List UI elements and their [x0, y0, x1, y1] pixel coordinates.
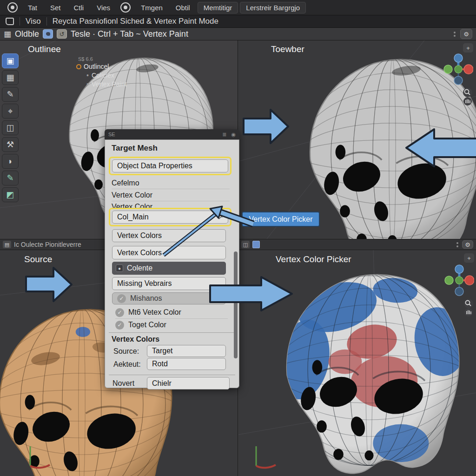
- panel-header[interactable]: SE ≣ ◉: [105, 129, 239, 139]
- novert-field[interactable]: Chielr: [147, 377, 230, 390]
- more-options-icon[interactable]: [453, 32, 456, 37]
- mt6-vetex-color-check-row[interactable]: ✓ Mt6 Vetex Color: [115, 306, 228, 319]
- breadcrumb: Reycta Pasniofionl Siched & Vertex Paint…: [53, 17, 218, 26]
- aekteut-label: Aekteut:: [113, 360, 141, 369]
- panel-title: Target Mesh: [112, 144, 158, 153]
- active-color-swatch[interactable]: [252, 241, 260, 248]
- eyedropper-icon[interactable]: ↗: [218, 213, 223, 221]
- mode-shortcut-text: Tesle · Ctrl + Tab ~ Vertex Paint: [71, 29, 188, 39]
- viewport-bottom-right[interactable]: ◫ ⚙ Vertex Color Picker +: [238, 239, 476, 476]
- viewport-top-right[interactable]: Toewber +: [238, 40, 476, 239]
- app-target-icon: [7, 2, 18, 13]
- more-options-icon[interactable]: [456, 242, 459, 247]
- outliner-item-vertex-paint[interactable]: • Vertex Paint: [86, 80, 126, 88]
- image-mask-tool[interactable]: ◩: [2, 187, 19, 202]
- skull-mesh-painted: [255, 258, 476, 476]
- divider: [109, 332, 235, 333]
- vertex-brush-tool[interactable]: ✎: [2, 171, 19, 185]
- vertex-colors-section-title: Vertex Colors: [112, 335, 159, 344]
- menu-item-5[interactable]: Obtil: [170, 2, 196, 13]
- menu-item-3[interactable]: Vies: [91, 2, 116, 13]
- properties-popup-panel: SE ≣ ◉ Target Mesh Object Data Propertie…: [105, 129, 239, 388]
- vertex-colors-row-field[interactable]: Vertex Colors: [112, 229, 226, 242]
- paint-tool[interactable]: ✎: [2, 87, 19, 102]
- app-label[interactable]: Viso: [26, 17, 41, 26]
- panel-body: Target Mesh Object Data Properties Cefel…: [105, 139, 239, 388]
- object-data-properties-value: Object Data Properties: [117, 162, 192, 170]
- outliner-item-coliciex[interactable]: • Coliciex: [86, 72, 126, 79]
- outliner-panel: Outlinee S$ 6.6 Outlincel • Coliciex • V…: [28, 44, 126, 88]
- outliner-root-item[interactable]: Outlincel: [76, 63, 126, 70]
- editor-type-icon[interactable]: [6, 18, 14, 25]
- panel-scrollbar[interactable]: [234, 251, 238, 358]
- orb-icon: [120, 2, 131, 13]
- frame-tool[interactable]: ◫: [2, 120, 19, 135]
- axis-indicator: [26, 443, 52, 472]
- menu-item-6[interactable]: Memtitigr: [198, 2, 238, 13]
- bullet-icon: •: [86, 72, 89, 79]
- source-select[interactable]: Target: [147, 345, 226, 357]
- menu-item-1[interactable]: Set: [45, 2, 66, 13]
- color-attribute-icon: ●: [116, 264, 123, 272]
- cursor-target-tool[interactable]: ⌖: [2, 104, 19, 119]
- bullet-icon: •: [86, 80, 89, 88]
- mode-bar-label[interactable]: Oldble: [15, 29, 39, 39]
- viewport-label: Vertex Color Picker: [276, 254, 351, 264]
- panel-menu-icon[interactable]: ≣: [222, 132, 226, 138]
- outliner-root-label: Outlincel: [84, 63, 109, 70]
- viewport-options-button[interactable]: +: [464, 253, 474, 263]
- col-main-field[interactable]: Col_Main ↗: [112, 211, 228, 224]
- outliner-title: Outlinee: [28, 44, 126, 54]
- app-window: Tat Set Ctli Vies Tmgen Obtil Memtitigr …: [0, 0, 476, 476]
- divider: [46, 17, 47, 26]
- outliner-item-label: Coliciex: [92, 72, 114, 79]
- toget-color-check-row[interactable]: ✓ Toget Color: [115, 319, 228, 331]
- menu-item-4[interactable]: Tmgen: [135, 2, 168, 13]
- viewport-label: Source: [24, 254, 52, 264]
- menu-bar: Tat Set Ctli Vies Tmgen Obtil Memtitigr …: [0, 0, 476, 15]
- panel-pin-icon[interactable]: ◉: [231, 132, 236, 138]
- tool-shelf: ▣ ▦ ✎ ⌖ ◫ ⚒ ◗ ✎ ◩: [2, 53, 19, 202]
- row-cefelmo[interactable]: Cefelmo: [112, 177, 230, 189]
- viewport-header: ◫ ⚙: [238, 239, 476, 250]
- divider: [20, 17, 20, 26]
- viewport-header-text: Ic Oulecte Pionitleverre: [14, 241, 81, 248]
- mesh-grid-tool[interactable]: ▦: [2, 70, 19, 85]
- menu-item-0[interactable]: Tat: [22, 2, 43, 13]
- select-box-tool[interactable]: ▣: [2, 53, 19, 68]
- mode-bar-settings-button[interactable]: ⚙: [460, 29, 472, 39]
- menu-item-2[interactable]: Ctli: [68, 2, 90, 13]
- viewport-settings-button[interactable]: ⚙: [462, 240, 473, 249]
- object-icon: [76, 64, 81, 69]
- source-label: Source:: [113, 347, 139, 356]
- mesh-data-icon[interactable]: ◫: [241, 241, 250, 248]
- colente-selected-row[interactable]: ● Colente: [112, 262, 226, 275]
- divider: [109, 375, 235, 375]
- undo-icon[interactable]: ↺: [57, 29, 67, 39]
- aekteut-select[interactable]: Rotd: [147, 358, 226, 370]
- vertex-colors-field[interactable]: Vertex Colors: [112, 246, 226, 259]
- colente-label: Colente: [127, 264, 152, 272]
- editor-mode-icon[interactable]: ▤: [3, 241, 11, 248]
- annotate-tools[interactable]: ⚒: [2, 137, 19, 152]
- navigation-gizmo[interactable]: [443, 51, 473, 107]
- col-main-value: Col_Main: [117, 213, 149, 221]
- viewport-label: Toewber: [271, 44, 304, 54]
- object-data-properties-field[interactable]: Object Data Properties: [112, 159, 228, 172]
- panel-header-label: SE: [108, 132, 115, 137]
- mishanos-check-row[interactable]: ✓ Mishanos: [112, 292, 226, 304]
- check-icon: ✓: [115, 321, 124, 330]
- callout-label: Vertex Color Picker: [249, 215, 313, 224]
- outliner-item-label: Vertex Paint: [92, 80, 127, 88]
- row-vertex-color-1[interactable]: Vertex Color: [112, 189, 230, 201]
- breadcrumb-bar: Viso Reycta Pasniofionl Siched & Vertex …: [0, 15, 476, 28]
- navigation-gizmo[interactable]: [444, 262, 474, 318]
- axis-indicator: [251, 443, 278, 472]
- missing-vebrairs-field[interactable]: Missing Vebrairs: [112, 277, 226, 290]
- editor-grid-icon[interactable]: ▦: [4, 29, 11, 39]
- viewport-options-button[interactable]: +: [463, 43, 473, 53]
- menu-item-7[interactable]: Lerstreir Bargrgjo: [240, 2, 306, 13]
- novert-label: Novert: [112, 379, 134, 388]
- vertex-paint-mode-icon[interactable]: [43, 29, 53, 39]
- sculpt-tool[interactable]: ◗: [2, 154, 19, 169]
